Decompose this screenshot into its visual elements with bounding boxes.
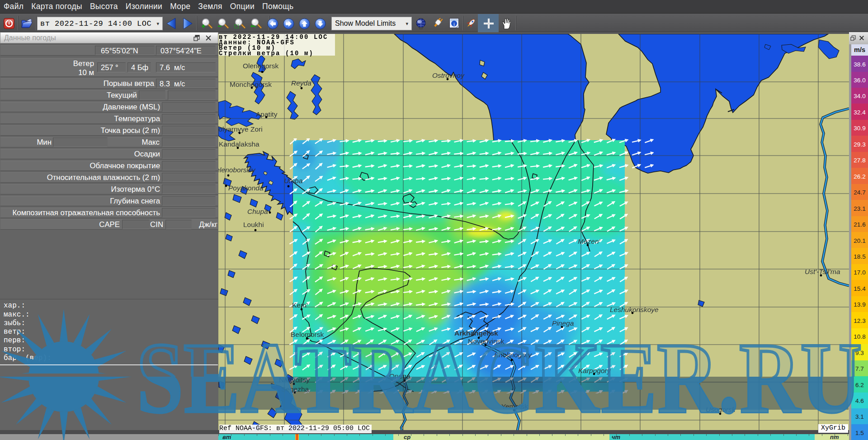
svg-text:Belomorsk: Belomorsk [291,331,324,338]
svg-text:Ostrovnoy: Ostrovnoy [432,71,465,79]
svg-text:Mezen': Mezen' [578,237,601,245]
svg-text:Onega: Onega [389,372,410,380]
svg-text:Kem': Kem' [292,301,308,309]
svg-text:Novodvinsk: Novodvinsk [468,337,504,345]
svg-text:Kholmogory: Kholmogory [494,351,532,359]
svg-text:Nadvoitsy: Nadvoitsy [279,376,310,383]
svg-text:Polyarnyye Zori: Polyarnyye Zori [218,125,263,133]
svg-text:i: i [453,21,455,27]
svg-text:Yemetsk: Yemetsk [501,402,528,410]
svg-text:Umba: Umba [284,177,303,185]
svg-text:Leshukonskoye: Leshukonskoye [610,306,659,313]
svg-text:Monchegorsk: Monchegorsk [230,80,272,88]
svg-text:Usogorsk: Usogorsk [706,406,736,413]
svg-text:Zelenoborskiy: Zelenoborskiy [218,166,256,174]
svg-text:Ust'-Tsil'ma: Ust'-Tsil'ma [805,268,840,275]
svg-text:Arkhangel'sk: Arkhangel'sk [454,329,498,337]
svg-text:Pinega: Pinega [552,319,574,327]
svg-text:Olenegorsk: Olenegorsk [243,62,279,70]
svg-text:Kandalaksha: Kandalaksha [219,140,259,148]
svg-text:Chupa: Chupa [247,208,268,215]
svg-text:Loukhi: Loukhi [243,221,264,228]
svg-text:Reyda: Reyda [291,79,311,87]
svg-text:Poyakonda: Poyakonda [228,184,264,192]
